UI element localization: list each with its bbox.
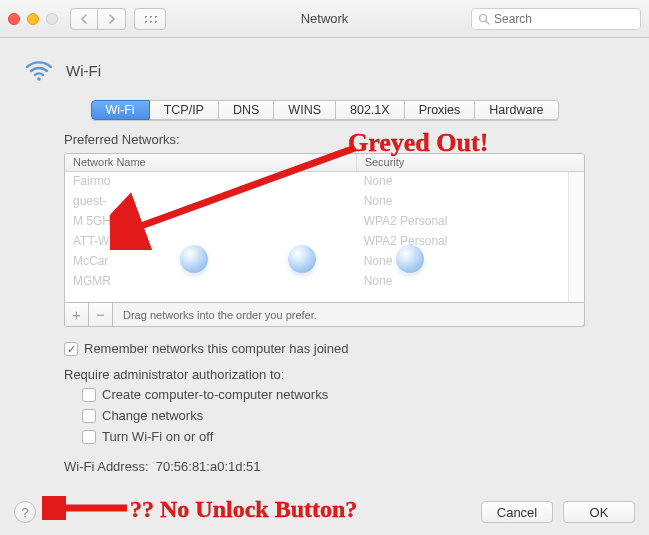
table-toolbar: + − Drag networks into the order you pre…: [64, 303, 585, 327]
table-row[interactable]: FairmoNone: [65, 172, 584, 192]
search-input[interactable]: [494, 12, 634, 26]
checkbox-icon: [82, 388, 96, 402]
search-field[interactable]: [471, 8, 641, 30]
remove-network-button[interactable]: −: [89, 303, 113, 326]
remember-networks-checkbox[interactable]: ✓ Remember networks this computer has jo…: [64, 341, 585, 357]
cell-name: guest-: [65, 192, 356, 212]
forward-button[interactable]: [98, 8, 126, 30]
zoom-window-button: [46, 13, 58, 25]
cell-name: McCar: [65, 252, 356, 272]
add-network-button[interactable]: +: [65, 303, 89, 326]
checkbox-label: Remember networks this computer has join…: [84, 341, 348, 357]
preferred-networks-table[interactable]: Network Name Security FairmoNone guest-N…: [64, 153, 585, 303]
cancel-button[interactable]: Cancel: [481, 501, 553, 523]
nav-buttons: [70, 8, 126, 30]
table-body: FairmoNone guest-None M 5GHWPA2 Personal…: [65, 172, 584, 292]
col-network-name[interactable]: Network Name: [65, 154, 356, 171]
show-all-button[interactable]: [134, 8, 166, 30]
checkbox-label: Create computer-to-computer networks: [102, 387, 328, 403]
checkbox-icon: [82, 430, 96, 444]
chevron-right-icon: [108, 14, 116, 24]
cell-security: WPA2 Personal: [356, 212, 584, 232]
svg-line-1: [486, 21, 489, 24]
help-button[interactable]: ?: [14, 501, 36, 523]
tab-hardware[interactable]: Hardware: [475, 100, 558, 120]
table-row[interactable]: guest-None: [65, 192, 584, 212]
tab-wins[interactable]: WINS: [274, 100, 336, 120]
checkbox-label: Change networks: [102, 408, 203, 424]
svg-point-0: [480, 14, 487, 21]
admin-auth-label: Require administrator authorization to:: [64, 367, 585, 382]
back-button[interactable]: [70, 8, 98, 30]
tab-proxies[interactable]: Proxies: [405, 100, 476, 120]
options-section: ✓ Remember networks this computer has jo…: [64, 341, 585, 474]
titlebar: Network: [0, 0, 649, 38]
page-heading: Wi-Fi: [24, 58, 635, 82]
wifi-address-value: 70:56:81:a0:1d:51: [156, 459, 261, 474]
drag-hint: Drag networks into the order you prefer.: [113, 309, 317, 321]
checkbox-label: Turn Wi-Fi on or off: [102, 429, 213, 445]
wifi-address-label: Wi-Fi Address:: [64, 459, 149, 474]
window-controls: [8, 13, 58, 25]
cell-security: None: [356, 172, 584, 192]
content-area: Wi-Fi Wi-Fi TCP/IP DNS WINS 802.1X Proxi…: [0, 38, 649, 484]
tab-wifi[interactable]: Wi-Fi: [91, 100, 150, 120]
create-ctc-checkbox[interactable]: Create computer-to-computer networks: [82, 387, 585, 403]
table-row[interactable]: MGMRNone: [65, 272, 584, 292]
chevron-left-icon: [80, 14, 88, 24]
col-security[interactable]: Security: [356, 154, 584, 171]
table-row[interactable]: McCarNone: [65, 252, 584, 272]
cell-name: Fairmo: [65, 172, 356, 192]
cell-name: ATT-W: [65, 232, 356, 252]
table-header: Network Name Security: [65, 154, 584, 172]
tab-tcpip[interactable]: TCP/IP: [150, 100, 219, 120]
checkbox-icon: [82, 409, 96, 423]
cell-security: None: [356, 252, 584, 272]
tab-8021x[interactable]: 802.1X: [336, 100, 405, 120]
search-icon: [478, 13, 490, 25]
cell-name: MGMR: [65, 272, 356, 292]
preferred-networks-label: Preferred Networks:: [64, 132, 585, 147]
wifi-icon: [24, 58, 54, 82]
turn-wifi-checkbox[interactable]: Turn Wi-Fi on or off: [82, 429, 585, 445]
tab-dns[interactable]: DNS: [219, 100, 274, 120]
change-networks-checkbox[interactable]: Change networks: [82, 408, 585, 424]
grid-icon: [143, 14, 157, 24]
ok-button[interactable]: OK: [563, 501, 635, 523]
cell-security: WPA2 Personal: [356, 232, 584, 252]
wifi-address-row: Wi-Fi Address: 70:56:81:a0:1d:51: [64, 459, 585, 474]
checkbox-icon: ✓: [64, 342, 78, 356]
cell-name: M 5GH: [65, 212, 356, 232]
scrollbar[interactable]: [568, 172, 584, 302]
cell-security: None: [356, 192, 584, 212]
cell-security: None: [356, 272, 584, 292]
table-row[interactable]: ATT-WWPA2 Personal: [65, 232, 584, 252]
tab-group: Wi-Fi TCP/IP DNS WINS 802.1X Proxies Har…: [91, 100, 559, 120]
tabs: Wi-Fi TCP/IP DNS WINS 802.1X Proxies Har…: [14, 100, 635, 120]
minimize-window-button[interactable]: [27, 13, 39, 25]
page-title: Wi-Fi: [66, 62, 101, 79]
wifi-panel: Preferred Networks: Network Name Securit…: [64, 132, 585, 474]
table-row[interactable]: M 5GHWPA2 Personal: [65, 212, 584, 232]
close-window-button[interactable]: [8, 13, 20, 25]
svg-point-2: [37, 77, 41, 81]
footer: ? Cancel OK: [14, 501, 635, 523]
